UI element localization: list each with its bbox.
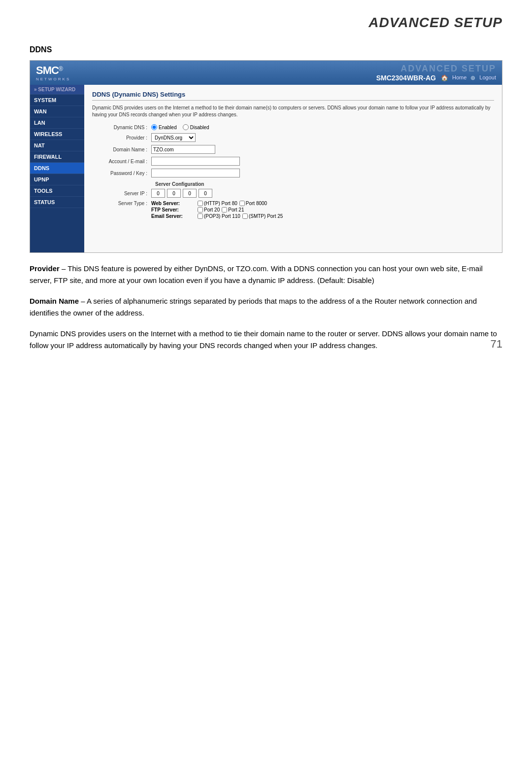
description-sections: Provider – This DNS feature is powered b… (0, 253, 532, 370)
password-control (151, 169, 494, 177)
server-type-label: Server Type : (92, 201, 151, 206)
web-port-8000-option[interactable]: Port 8000 (239, 201, 267, 206)
term-provider: Provider (30, 264, 60, 273)
domain-name-input[interactable]: TZO.com (151, 145, 215, 154)
web-port-8000-label: Port 8000 (246, 201, 267, 206)
home-icon: 🏠 (441, 74, 448, 81)
web-http-80-option[interactable]: (HTTP) Port 80 (198, 201, 237, 206)
router-model: SMC2304WBR-AG (376, 74, 436, 82)
provider-label: Provider : (92, 135, 151, 141)
ftp-port-20-label: Port 20 (204, 207, 220, 212)
ip-octet-1[interactable] (151, 189, 165, 198)
section-heading: DDNS (30, 45, 52, 54)
logout-icon: ⊕ (470, 74, 475, 81)
sidebar: » SETUP WIZARD SYSTEM WAN LAN WIRELESS N… (30, 85, 84, 252)
domain-name-control: TZO.com (151, 145, 494, 154)
ip-octet-4[interactable] (199, 189, 212, 198)
ftp-port-20-checkbox[interactable] (198, 207, 203, 212)
email-server-label: Email Server: (151, 213, 196, 219)
password-input[interactable] (151, 169, 240, 177)
disabled-option[interactable]: Disabled (183, 124, 209, 130)
dynamic-dns-row: Dynamic DNS : Enabled Disabled (92, 124, 494, 130)
sidebar-item-firewall[interactable]: FIREWALL (30, 151, 84, 163)
web-port-8000-checkbox[interactable] (239, 201, 245, 206)
email-server-line: Email Server: (POP3) Port 110 (SMTP) Por… (151, 213, 283, 219)
provider-select[interactable]: DynDNS.org TZO.com (151, 133, 196, 142)
server-ip-label: Server IP : (92, 191, 151, 196)
desc-provider-text: – This DNS feature is powered by either … (30, 264, 483, 284)
email-smtp-label: (SMTP) Port 25 (249, 213, 283, 219)
server-config-label: Server Configuration (92, 181, 494, 187)
header-right: ADVANCED SETUP SMC2304WBR-AG 🏠 Home ⊕ Lo… (376, 64, 496, 82)
router-body: » SETUP WIZARD SYSTEM WAN LAN WIRELESS N… (30, 85, 502, 252)
sidebar-item-nat[interactable]: NAT (30, 140, 84, 151)
server-ip-row: Server IP : (92, 189, 494, 198)
dynamic-dns-control: Enabled Disabled (151, 124, 494, 130)
sidebar-item-lan[interactable]: LAN (30, 117, 84, 129)
sidebar-item-tools[interactable]: TOOLS (30, 185, 84, 197)
desc-domain-name: Domain Name – A series of alphanumeric s… (30, 295, 502, 319)
disabled-radio[interactable] (183, 124, 189, 130)
dynamic-dns-label: Dynamic DNS : (92, 125, 151, 130)
header-links: 🏠 Home ⊕ Logout (441, 74, 496, 81)
logo-reg: ® (59, 66, 63, 72)
provider-row: Provider : DynDNS.org TZO.com (92, 133, 494, 142)
sidebar-item-wan[interactable]: WAN (30, 106, 84, 117)
server-type-row: Server Type : Web Server: (HTTP) Port 80 (92, 201, 494, 219)
email-pop3-checkbox[interactable] (198, 213, 203, 219)
ftp-port-21-label: Port 21 (228, 207, 244, 212)
ip-octet-3[interactable] (183, 189, 197, 198)
ip-inputs (151, 189, 212, 198)
domain-name-row: Domain Name : TZO.com (92, 145, 494, 154)
sidebar-item-wireless[interactable]: WIRELESS (30, 129, 84, 140)
account-label: Account / E-mail : (92, 159, 151, 164)
dns-radio-group: Enabled Disabled (151, 124, 209, 130)
sidebar-item-setup-wizard[interactable]: » SETUP WIZARD (30, 85, 84, 95)
term-domain-name: Domain Name (30, 297, 79, 305)
web-http-80-checkbox[interactable] (198, 201, 203, 206)
logo-text: SMC (36, 64, 59, 76)
sidebar-item-upnp[interactable]: UPnP (30, 174, 84, 185)
header-watermark: ADVANCED SETUP (400, 64, 496, 74)
password-row: Password / Key : (92, 169, 494, 177)
smc-logo: SMC® Networks (36, 64, 70, 81)
disabled-label: Disabled (190, 125, 209, 130)
networks-text: Networks (36, 77, 70, 81)
page-number: 71 (491, 338, 502, 351)
password-label: Password / Key : (92, 171, 151, 176)
account-control (151, 157, 494, 166)
account-input[interactable] (151, 157, 240, 166)
web-server-line: Web Server: (HTTP) Port 80 Port 8000 (151, 201, 283, 206)
content-description: Dynamic DNS provides users on the Intern… (92, 105, 494, 118)
web-server-label: Web Server: (151, 201, 196, 206)
router-frame: SMC® Networks ADVANCED SETUP SMC2304WBR-… (30, 60, 502, 253)
enabled-label: Enabled (159, 125, 177, 130)
sidebar-item-status[interactable]: STATUS (30, 197, 84, 208)
server-ip-control (151, 189, 494, 198)
sidebar-item-ddns[interactable]: DDNS (30, 163, 84, 174)
desc-dynamic-dns: Dynamic DNS provides users on the Intern… (30, 328, 502, 352)
model-bar: SMC2304WBR-AG 🏠 Home ⊕ Logout (376, 74, 496, 82)
router-header: SMC® Networks ADVANCED SETUP SMC2304WBR-… (30, 61, 502, 85)
server-type-control: Web Server: (HTTP) Port 80 Port 8000 (151, 201, 494, 219)
enabled-option[interactable]: Enabled (151, 124, 177, 130)
email-pop3-option[interactable]: (POP3) Port 110 (198, 213, 240, 219)
ftp-port-21-checkbox[interactable] (222, 207, 227, 212)
ftp-server-label: FTP Server: (151, 207, 196, 212)
email-pop3-label: (POP3) Port 110 (204, 213, 240, 219)
provider-control: DynDNS.org TZO.com (151, 133, 494, 142)
server-type-options: Web Server: (HTTP) Port 80 Port 8000 (151, 201, 283, 219)
home-link[interactable]: Home (452, 74, 466, 81)
ip-octet-2[interactable] (167, 189, 181, 198)
desc-domain-name-text: – A series of alphanumeric strings separ… (30, 297, 477, 317)
domain-name-label: Domain Name : (92, 147, 151, 152)
desc-provider: Provider – This DNS feature is powered b… (30, 263, 502, 286)
email-smtp-option[interactable]: (SMTP) Port 25 (242, 213, 283, 219)
account-row: Account / E-mail : (92, 157, 494, 166)
ftp-port-21-option[interactable]: Port 21 (222, 207, 244, 212)
sidebar-item-system[interactable]: SYSTEM (30, 95, 84, 106)
logout-link[interactable]: Logout (479, 74, 496, 81)
ftp-port-20-option[interactable]: Port 20 (198, 207, 220, 212)
enabled-radio[interactable] (151, 124, 157, 130)
email-smtp-checkbox[interactable] (242, 213, 248, 219)
